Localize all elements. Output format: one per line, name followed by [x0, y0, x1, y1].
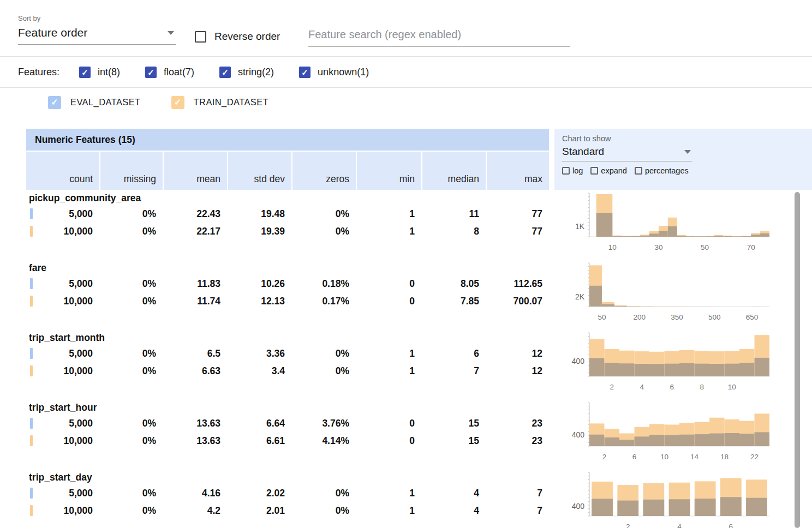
- column-header-count: count: [26, 152, 99, 190]
- stat-count: 10,000: [26, 226, 99, 237]
- top-toolbar: Sort by Feature order Reverse order: [0, 0, 812, 57]
- stat-count: 5,000: [26, 348, 99, 359]
- stat-std-dev: 12.13: [228, 296, 291, 307]
- scrollbar-track[interactable]: [794, 192, 801, 528]
- chart-type-select[interactable]: Standard: [562, 143, 692, 161]
- svg-text:400: 400: [572, 430, 585, 439]
- checkbox-checked-icon[interactable]: [219, 67, 231, 78]
- chart-toggle-expand[interactable]: expand: [590, 166, 627, 175]
- checkbox-checked-icon[interactable]: [299, 67, 311, 78]
- checkbox-unchecked-icon[interactable]: [590, 167, 598, 175]
- chart-toggle-percentages[interactable]: percentages: [635, 166, 689, 175]
- stat-median: 15: [422, 435, 486, 447]
- svg-text:4: 4: [677, 523, 682, 528]
- svg-text:2: 2: [610, 383, 614, 391]
- stat-zeros: 4.14%: [292, 435, 356, 447]
- column-header-missing: missing: [100, 152, 163, 190]
- stat-std-dev: 6.64: [228, 418, 291, 429]
- stat-zeros: 0.17%: [292, 296, 356, 307]
- stat-count: 5,000: [26, 208, 99, 220]
- stat-min: 0: [357, 418, 421, 429]
- stat-min: 1: [357, 348, 421, 359]
- svg-text:10: 10: [728, 383, 736, 391]
- feature-histogram: 400246: [549, 469, 805, 528]
- svg-text:500: 500: [708, 313, 721, 321]
- feature-search-input[interactable]: [308, 26, 570, 47]
- stat-zeros: 0%: [292, 208, 356, 220]
- train-swatch: [30, 435, 33, 446]
- stat-median: 8: [422, 226, 486, 237]
- stat-median: 15: [422, 418, 486, 429]
- sort-by-select[interactable]: Feature order: [18, 23, 176, 45]
- column-headers: countmissingmeanstd devzerosminmedianmax: [26, 152, 549, 190]
- stat-count: 5,000: [26, 488, 99, 499]
- stat-max: 77: [487, 226, 549, 237]
- stat-max: 12: [487, 365, 549, 377]
- filter-item-int[interactable]: int(8): [79, 67, 120, 78]
- dataset-legend-eval_dataset[interactable]: EVAL_DATASET: [48, 96, 141, 109]
- eval-swatch: [30, 208, 33, 219]
- stat-missing: 0%: [100, 226, 163, 237]
- stat-zeros: 0%: [292, 488, 356, 499]
- reverse-order-checkbox[interactable]: Reverse order: [195, 31, 280, 43]
- sort-by-label: Sort by: [18, 14, 176, 22]
- filter-item-unknown[interactable]: unknown(1): [299, 67, 369, 78]
- stat-count: 10,000: [26, 296, 99, 307]
- stat-mean: 4.2: [164, 505, 227, 517]
- svg-text:1K: 1K: [575, 222, 585, 231]
- chart-controls-panel: Chart to show Standard logexpandpercenta…: [554, 129, 812, 190]
- svg-text:6: 6: [729, 523, 733, 528]
- svg-text:70: 70: [747, 243, 755, 251]
- sort-by-group: Sort by Feature order: [18, 14, 176, 45]
- column-header-max: max: [487, 152, 549, 190]
- dataset-legend-train_dataset[interactable]: TRAIN_DATASET: [171, 96, 269, 109]
- chart-toggle-log[interactable]: log: [562, 166, 583, 175]
- svg-text:350: 350: [671, 313, 683, 321]
- checkbox-checked-icon[interactable]: [171, 96, 184, 109]
- feature-block-trip_start_month: trip_start_month5,0000%6.53.360%161210,0…: [26, 329, 812, 399]
- checkbox-checked-icon[interactable]: [145, 67, 157, 78]
- chart-toggle-label: log: [572, 166, 583, 175]
- stat-min: 0: [357, 296, 421, 307]
- checkbox-checked-icon[interactable]: [48, 96, 61, 109]
- stat-min: 1: [357, 365, 421, 377]
- scrollbar-thumb[interactable]: [795, 192, 800, 528]
- feature-block-fare: fare5,0000%11.8310.260.18%08.05112.6510,…: [26, 260, 812, 329]
- svg-text:2: 2: [602, 453, 607, 461]
- checkbox-unchecked-icon[interactable]: [562, 167, 570, 175]
- stat-mean: 4.16: [164, 488, 227, 499]
- filter-item-label: unknown(1): [318, 67, 369, 78]
- feature-search-wrap: [308, 26, 570, 47]
- feature-histogram: 2K50200350500650: [549, 260, 805, 326]
- svg-text:14: 14: [690, 453, 699, 461]
- filter-item-label: int(8): [98, 67, 120, 78]
- column-header-std-dev: std dev: [228, 152, 291, 190]
- svg-text:6: 6: [670, 383, 674, 391]
- svg-text:400: 400: [572, 502, 585, 511]
- chart-toggle-label: expand: [601, 166, 627, 175]
- stat-std-dev: 10.26: [228, 278, 291, 290]
- feature-histogram: 4002610141822: [549, 399, 805, 466]
- chart-toggles: logexpandpercentages: [562, 166, 812, 175]
- svg-text:650: 650: [746, 313, 759, 321]
- stat-max: 23: [487, 435, 549, 447]
- stat-max: 77: [487, 208, 549, 220]
- filter-item-string[interactable]: string(2): [219, 67, 274, 78]
- train-swatch: [30, 296, 33, 307]
- checkbox-checked-icon[interactable]: [79, 67, 91, 78]
- column-header-zeros: zeros: [292, 152, 356, 190]
- stat-std-dev: 6.61: [228, 435, 291, 447]
- checkbox-unchecked-icon[interactable]: [195, 31, 206, 43]
- svg-text:200: 200: [633, 313, 646, 321]
- filter-item-float[interactable]: float(7): [145, 67, 194, 78]
- train-swatch: [30, 365, 33, 376]
- dataset-legend-row: EVAL_DATASETTRAIN_DATASET: [0, 88, 812, 117]
- stat-missing: 0%: [100, 505, 163, 517]
- stat-missing: 0%: [100, 435, 163, 447]
- checkbox-unchecked-icon[interactable]: [635, 167, 642, 175]
- reverse-order-label: Reverse order: [214, 31, 280, 43]
- feature-block-trip_start_day: trip_start_day5,0000%4.162.020%14710,000…: [26, 469, 812, 528]
- stat-min: 1: [357, 226, 421, 237]
- features-caption: Features:: [18, 67, 59, 78]
- stat-max: 23: [487, 418, 549, 429]
